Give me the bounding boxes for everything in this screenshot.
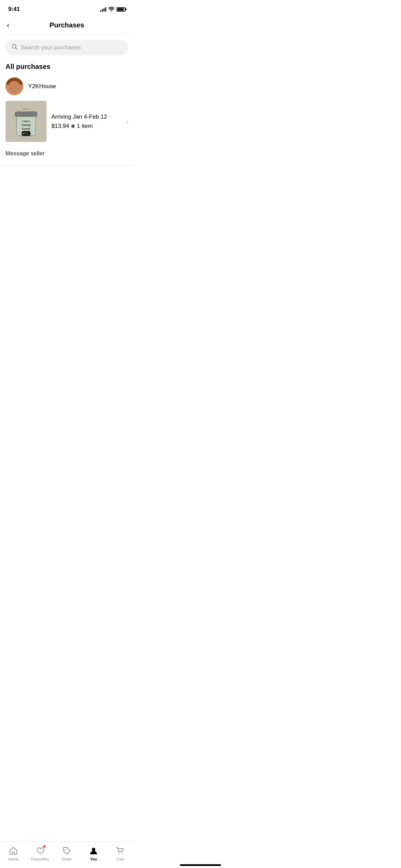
page-title: Purchases	[49, 21, 84, 29]
signal-icon	[100, 7, 106, 12]
purchase-info: Arriving Jan 4-Feb 12 $13.94 1 item	[51, 113, 121, 130]
seller-name: Y2KHouse	[28, 83, 56, 90]
svg-point-12	[26, 133, 28, 134]
search-container: Search your purchases	[0, 34, 134, 59]
search-placeholder: Search your purchases	[21, 44, 81, 51]
purchase-thumbnail: Luke's Gaming Snacks	[5, 101, 47, 142]
message-seller-label: Message seller	[5, 150, 45, 157]
section-divider	[0, 165, 134, 166]
chevron-right-icon: ›	[126, 118, 128, 125]
purchase-items-count: 1 item	[77, 123, 93, 130]
battery-icon	[117, 7, 125, 12]
wifi-icon	[108, 7, 114, 12]
svg-line-1	[15, 48, 17, 49]
purchase-price: $13.94	[51, 123, 69, 130]
status-time: 9:41	[8, 6, 20, 13]
purchase-arriving: Arriving Jan 4-Feb 12	[51, 113, 121, 121]
search-bar[interactable]: Search your purchases	[5, 40, 128, 55]
svg-rect-14	[23, 133, 24, 134]
back-button[interactable]: ‹	[7, 21, 9, 30]
svg-text:Snacks: Snacks	[22, 128, 31, 130]
svg-text:Gaming: Gaming	[22, 124, 31, 126]
svg-text:Luke's: Luke's	[22, 120, 30, 122]
seller-avatar	[5, 77, 23, 95]
dot-separator	[71, 124, 75, 128]
status-icons	[100, 7, 125, 12]
status-bar: 9:41	[0, 0, 134, 17]
seller-row[interactable]: Y2KHouse	[0, 76, 134, 99]
search-icon	[12, 44, 17, 51]
all-purchases-title: All purchases	[0, 59, 134, 76]
page-header: ‹ Purchases	[0, 17, 134, 34]
message-seller-button[interactable]: Message seller	[0, 147, 134, 164]
purchase-item-row[interactable]: Luke's Gaming Snacks Arriving Jan 4-Feb …	[0, 99, 134, 147]
purchase-price-row: $13.94 1 item	[51, 123, 121, 130]
svg-point-11	[24, 133, 26, 134]
